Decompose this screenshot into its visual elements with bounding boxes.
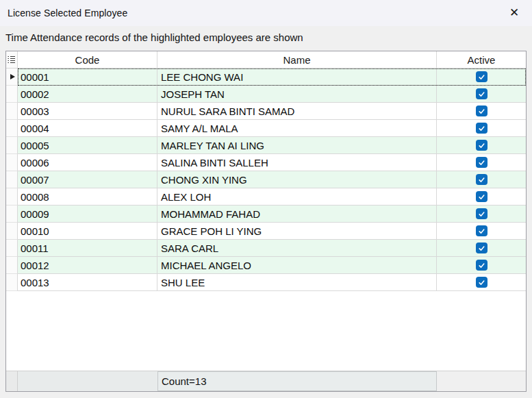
column-chooser-button[interactable] bbox=[6, 51, 18, 69]
footer-active-cell bbox=[437, 371, 526, 391]
cell-name[interactable]: NURUL SARA BINTI SAMAD bbox=[157, 103, 437, 120]
row-indicator[interactable] bbox=[6, 120, 18, 137]
active-checkbox[interactable] bbox=[476, 277, 487, 288]
cell-name[interactable]: SARA CARL bbox=[157, 240, 437, 257]
row-cells: 00012MICHAEL ANGELO bbox=[18, 257, 526, 274]
row-cells: 00006SALINA BINTI SALLEH bbox=[18, 154, 526, 171]
footer-code-cell bbox=[18, 371, 157, 391]
focused-row-arrow-icon bbox=[10, 74, 15, 79]
active-checkbox[interactable] bbox=[476, 174, 487, 185]
cell-name[interactable]: MARLEY TAN AI LING bbox=[157, 137, 437, 154]
active-checkbox[interactable] bbox=[476, 225, 487, 236]
cell-code[interactable]: 00011 bbox=[18, 240, 157, 257]
cell-code[interactable]: 00003 bbox=[18, 103, 157, 120]
row-cells: 00004SAMY A/L MALA bbox=[18, 120, 526, 137]
active-checkbox[interactable] bbox=[476, 260, 487, 271]
cell-active bbox=[437, 257, 526, 274]
row-indicator[interactable] bbox=[6, 137, 18, 154]
row-cells: 00013SHU LEE bbox=[18, 274, 526, 291]
cell-name[interactable]: MICHAEL ANGELO bbox=[157, 257, 437, 274]
cell-name[interactable]: ALEX LOH bbox=[157, 188, 437, 206]
checkmark-icon bbox=[478, 279, 485, 286]
cell-code[interactable]: 00002 bbox=[18, 86, 157, 103]
row-indicator[interactable] bbox=[6, 69, 18, 86]
table-row[interactable]: 00012MICHAEL ANGELO bbox=[6, 257, 526, 274]
footer-indicator-cell bbox=[6, 371, 18, 391]
table-row[interactable]: 00001LEE CHONG WAI bbox=[6, 69, 526, 86]
table-row[interactable]: 00003NURUL SARA BINTI SAMAD bbox=[6, 103, 526, 120]
table-row[interactable]: 00005MARLEY TAN AI LING bbox=[6, 137, 526, 154]
cell-name[interactable]: SAMY A/L MALA bbox=[157, 120, 437, 137]
column-header-active[interactable]: Active bbox=[437, 51, 526, 69]
row-indicator[interactable] bbox=[6, 206, 18, 223]
close-icon: ✕ bbox=[509, 5, 519, 20]
cell-name[interactable]: SALINA BINTI SALLEH bbox=[157, 154, 437, 171]
cell-code[interactable]: 00004 bbox=[18, 120, 157, 137]
column-header-name[interactable]: Name bbox=[157, 51, 437, 69]
active-checkbox[interactable] bbox=[476, 140, 487, 151]
cell-name[interactable]: LEE CHONG WAI bbox=[157, 69, 437, 86]
title-bar: License Selected Employee bbox=[0, 0, 532, 26]
row-indicator[interactable] bbox=[6, 188, 18, 206]
cell-active bbox=[437, 103, 526, 120]
column-header-code[interactable]: Code bbox=[18, 51, 157, 69]
table-row[interactable]: 00009MOHAMMAD FAHAD bbox=[6, 206, 526, 223]
checkmark-icon bbox=[478, 193, 485, 201]
cell-name[interactable]: CHONG XIN YING bbox=[157, 171, 437, 188]
row-indicator[interactable] bbox=[6, 103, 18, 120]
table-row[interactable]: 00010GRACE POH LI YING bbox=[6, 223, 526, 240]
active-checkbox[interactable] bbox=[476, 88, 487, 99]
table-row[interactable]: 00013SHU LEE bbox=[6, 274, 526, 291]
cell-active bbox=[437, 188, 526, 206]
active-checkbox[interactable] bbox=[476, 242, 487, 253]
cell-active bbox=[437, 206, 526, 223]
row-cells: 00001LEE CHONG WAI bbox=[18, 69, 526, 86]
cell-name[interactable]: MOHAMMAD FAHAD bbox=[157, 206, 437, 223]
checkmark-icon bbox=[478, 90, 485, 98]
checkmark-icon bbox=[478, 245, 485, 252]
grid-body: 00001LEE CHONG WAI00002JOSEPH TAN00003NU… bbox=[6, 69, 526, 291]
active-checkbox[interactable] bbox=[476, 157, 487, 168]
cell-code[interactable]: 00005 bbox=[18, 137, 157, 154]
cell-active bbox=[437, 86, 526, 103]
cell-code[interactable]: 00007 bbox=[18, 171, 157, 188]
row-indicator[interactable] bbox=[6, 154, 18, 171]
cell-code[interactable]: 00010 bbox=[18, 223, 157, 240]
cell-name[interactable]: JOSEPH TAN bbox=[157, 86, 437, 103]
cell-code[interactable]: 00012 bbox=[18, 257, 157, 274]
row-cells: 00003NURUL SARA BINTI SAMAD bbox=[18, 103, 526, 120]
row-indicator[interactable] bbox=[6, 86, 18, 103]
cell-active bbox=[437, 120, 526, 137]
cell-name[interactable]: GRACE POH LI YING bbox=[157, 223, 437, 240]
cell-code[interactable]: 00013 bbox=[18, 274, 157, 291]
checkmark-icon bbox=[478, 108, 485, 115]
row-indicator[interactable] bbox=[6, 223, 18, 240]
row-indicator[interactable] bbox=[6, 240, 18, 257]
table-row[interactable]: 00004SAMY A/L MALA bbox=[6, 120, 526, 137]
cell-code[interactable]: 00008 bbox=[18, 188, 157, 206]
row-cells: 00005MARLEY TAN AI LING bbox=[18, 137, 526, 154]
active-checkbox[interactable] bbox=[476, 191, 487, 202]
cell-code[interactable]: 00001 bbox=[18, 69, 157, 86]
checkmark-icon bbox=[478, 142, 485, 149]
cell-code[interactable]: 00006 bbox=[18, 154, 157, 171]
active-checkbox[interactable] bbox=[476, 105, 487, 116]
checkmark-icon bbox=[478, 210, 485, 218]
table-row[interactable]: 00002JOSEPH TAN bbox=[6, 86, 526, 103]
table-row[interactable]: 00011SARA CARL bbox=[6, 240, 526, 257]
close-button[interactable]: ✕ bbox=[499, 0, 529, 25]
active-checkbox[interactable] bbox=[476, 208, 487, 219]
table-row[interactable]: 00007CHONG XIN YING bbox=[6, 171, 526, 188]
cell-code[interactable]: 00009 bbox=[18, 206, 157, 223]
row-indicator[interactable] bbox=[6, 171, 18, 188]
active-checkbox[interactable] bbox=[476, 123, 487, 134]
dialog-window: License Selected Employee ✕ Time Attenda… bbox=[0, 0, 532, 398]
row-indicator[interactable] bbox=[6, 257, 18, 274]
cell-active bbox=[437, 137, 526, 154]
table-row[interactable]: 00006SALINA BINTI SALLEH bbox=[6, 154, 526, 171]
table-row[interactable]: 00008ALEX LOH bbox=[6, 188, 526, 206]
row-indicator[interactable] bbox=[6, 274, 18, 291]
cell-name[interactable]: SHU LEE bbox=[157, 274, 437, 291]
cell-active bbox=[437, 274, 526, 291]
active-checkbox[interactable] bbox=[476, 71, 487, 82]
